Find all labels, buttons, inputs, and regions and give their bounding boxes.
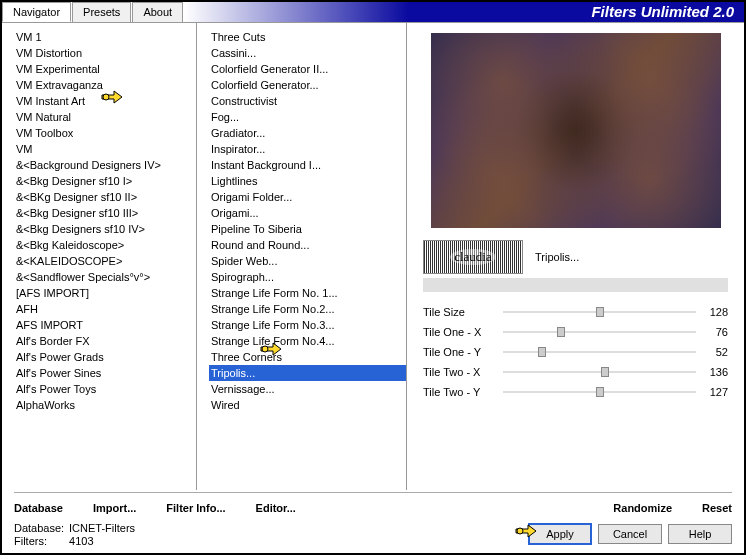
category-list[interactable]: VM 1VM DistortionVM ExperimentalVM Extra… <box>2 23 197 490</box>
filter-item[interactable]: Cassini... <box>209 45 406 61</box>
filter-list[interactable]: Three CutsCassini...Colorfield Generator… <box>197 23 407 490</box>
category-item[interactable]: AFS IMPORT <box>14 317 196 333</box>
pointer-hand-icon <box>514 521 538 541</box>
filter-item[interactable]: Spirograph... <box>209 269 406 285</box>
category-item[interactable]: VM Distortion <box>14 45 196 61</box>
category-item[interactable]: AlphaWorks <box>14 397 196 413</box>
tab-presets[interactable]: Presets <box>72 2 131 22</box>
slider-row: Tile Two - X136 <box>423 362 728 382</box>
slider-value: 136 <box>696 366 728 378</box>
filter-item[interactable]: Lightlines <box>209 173 406 189</box>
randomize-button[interactable]: Randomize <box>613 502 672 514</box>
slider-thumb[interactable] <box>557 327 565 337</box>
filter-item[interactable]: Tripolis... <box>209 365 406 381</box>
status-bar: Database: ICNET-Filters Filters: 4103 <box>14 522 135 548</box>
filter-item[interactable]: Strange Life Form No.4... <box>209 333 406 349</box>
progress-bar <box>423 278 728 292</box>
filter-item[interactable]: Colorfield Generator... <box>209 77 406 93</box>
filter-item[interactable]: Constructivist <box>209 93 406 109</box>
category-item[interactable]: VM Toolbox <box>14 125 196 141</box>
category-item[interactable]: &<Bkg Designer sf10 I> <box>14 173 196 189</box>
category-item[interactable]: Alf's Power Toys <box>14 381 196 397</box>
filter-item[interactable]: Strange Life Form No. 1... <box>209 285 406 301</box>
slider-value: 76 <box>696 326 728 338</box>
slider-label: Tile Two - X <box>423 366 503 378</box>
category-item[interactable]: &<Background Designers IV> <box>14 157 196 173</box>
filter-info-button[interactable]: Filter Info... <box>166 502 225 514</box>
category-item[interactable]: VM Experimental <box>14 61 196 77</box>
filter-item[interactable]: Instant Background I... <box>209 157 406 173</box>
category-item[interactable]: &<Sandflower Specials°v°> <box>14 269 196 285</box>
help-button[interactable]: Help <box>668 524 732 544</box>
category-item[interactable]: VM Natural <box>14 109 196 125</box>
preview-image <box>431 33 721 228</box>
filter-item[interactable]: Fog... <box>209 109 406 125</box>
category-item[interactable]: &<Bkg Kaleidoscope> <box>14 237 196 253</box>
database-button[interactable]: Database <box>14 502 63 514</box>
filter-item[interactable]: Strange Life Form No.3... <box>209 317 406 333</box>
filter-item[interactable]: Strange Life Form No.2... <box>209 301 406 317</box>
filter-item[interactable]: Spider Web... <box>209 253 406 269</box>
slider-track[interactable] <box>503 324 696 340</box>
tab-navigator[interactable]: Navigator <box>2 2 71 22</box>
filter-item[interactable]: Gradiator... <box>209 125 406 141</box>
category-item[interactable]: &<KALEIDOSCOPE> <box>14 253 196 269</box>
slider-value: 52 <box>696 346 728 358</box>
category-item[interactable]: &<Bkg Designers sf10 IV> <box>14 221 196 237</box>
pointer-hand-icon <box>259 339 283 359</box>
category-item[interactable]: Alf's Border FX <box>14 333 196 349</box>
app-title: Filters Unlimited 2.0 <box>184 2 744 22</box>
author-logo: claudia <box>423 240 523 274</box>
filter-item[interactable]: Inspirator... <box>209 141 406 157</box>
filter-item[interactable]: Pipeline To Siberia <box>209 221 406 237</box>
slider-label: Tile One - X <box>423 326 503 338</box>
editor-button[interactable]: Editor... <box>256 502 296 514</box>
import-button[interactable]: Import... <box>93 502 136 514</box>
slider-row: Tile Size128 <box>423 302 728 322</box>
slider-thumb[interactable] <box>596 307 604 317</box>
category-item[interactable]: Alf's Power Grads <box>14 349 196 365</box>
category-item[interactable]: VM <box>14 141 196 157</box>
slider-row: Tile One - X76 <box>423 322 728 342</box>
slider-thumb[interactable] <box>538 347 546 357</box>
category-item[interactable]: AFH <box>14 301 196 317</box>
slider-value: 128 <box>696 306 728 318</box>
tab-about[interactable]: About <box>132 2 183 22</box>
category-item[interactable]: Alf's Power Sines <box>14 365 196 381</box>
slider-label: Tile One - Y <box>423 346 503 358</box>
category-item[interactable]: VM 1 <box>14 29 196 45</box>
slider-row: Tile One - Y52 <box>423 342 728 362</box>
filter-item[interactable]: Origami... <box>209 205 406 221</box>
slider-track[interactable] <box>503 364 696 380</box>
slider-track[interactable] <box>503 384 696 400</box>
slider-value: 127 <box>696 386 728 398</box>
slider-row: Tile Two - Y127 <box>423 382 728 402</box>
reset-button[interactable]: Reset <box>702 502 732 514</box>
filter-item[interactable]: Colorfield Generator II... <box>209 61 406 77</box>
filter-item[interactable]: Three Cuts <box>209 29 406 45</box>
category-item[interactable]: [AFS IMPORT] <box>14 285 196 301</box>
category-item[interactable]: &<BKg Designer sf10 II> <box>14 189 196 205</box>
filter-item[interactable]: Three Corners <box>209 349 406 365</box>
filter-item[interactable]: Origami Folder... <box>209 189 406 205</box>
filter-item[interactable]: Round and Round... <box>209 237 406 253</box>
pointer-hand-icon <box>100 87 124 107</box>
filter-item[interactable]: Wired <box>209 397 406 413</box>
slider-thumb[interactable] <box>601 367 609 377</box>
tab-strip: Navigator Presets About <box>2 2 184 22</box>
slider-thumb[interactable] <box>596 387 604 397</box>
slider-label: Tile Size <box>423 306 503 318</box>
slider-track[interactable] <box>503 304 696 320</box>
filter-name: Tripolis... <box>531 249 728 265</box>
slider-label: Tile Two - Y <box>423 386 503 398</box>
cancel-button[interactable]: Cancel <box>598 524 662 544</box>
category-item[interactable]: &<Bkg Designer sf10 III> <box>14 205 196 221</box>
slider-track[interactable] <box>503 344 696 360</box>
filter-item[interactable]: Vernissage... <box>209 381 406 397</box>
